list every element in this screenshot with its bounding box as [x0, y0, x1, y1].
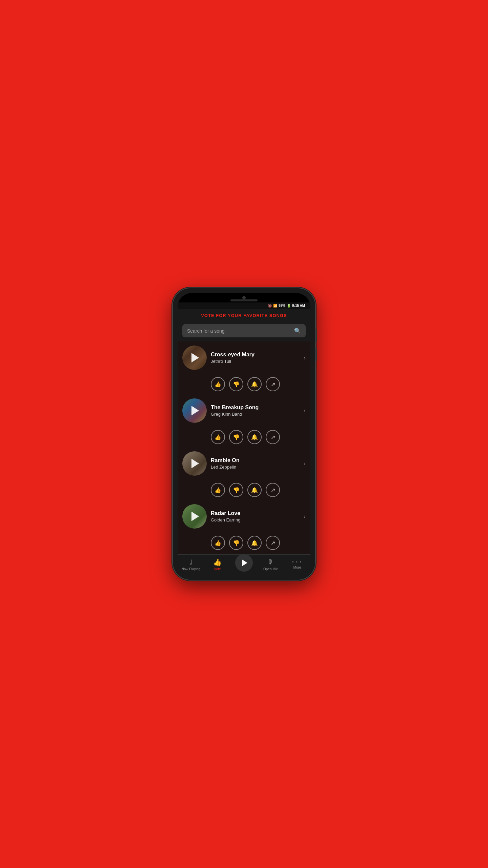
song-row-4: Radar Love Golden Earring › — [182, 504, 306, 529]
play-button[interactable] — [235, 554, 253, 572]
song-item-3: Ramble On Led Zeppelin › 👍 👎 🔔 ↗ — [178, 447, 310, 500]
thumbs-down-btn-3[interactable]: 👎 — [229, 483, 243, 497]
play-icon-3 — [191, 459, 199, 468]
search-icon[interactable]: 🔍 — [294, 328, 301, 334]
album-art-3[interactable] — [182, 451, 207, 476]
divider-1 — [182, 374, 306, 374]
thumbs-down-btn-1[interactable]: 👎 — [229, 377, 243, 391]
song-artist-1: Jethro Tull — [211, 359, 300, 364]
album-art-4[interactable] — [182, 504, 207, 529]
phone-screen: 🔇 📶 95% 🔋 9:15 AM VOTE FOR YOUR FAVORITE… — [178, 293, 310, 575]
song-item-4: Radar Love Golden Earring › 👍 👎 🔔 ↗ — [178, 500, 310, 553]
share-btn-1[interactable]: ↗ — [266, 377, 280, 391]
play-icon-4 — [191, 512, 199, 521]
song-artist-2: Greg Kihn Band — [211, 412, 300, 417]
share-btn-2[interactable]: ↗ — [266, 430, 280, 444]
speaker — [230, 299, 258, 301]
nav-vote[interactable]: 👍 Vote — [204, 558, 230, 571]
vote-label: Vote — [214, 567, 221, 571]
search-container: Search for a song 🔍 — [178, 321, 310, 341]
chevron-4[interactable]: › — [304, 513, 306, 520]
side-button-top — [316, 329, 317, 342]
nav-play[interactable] — [231, 557, 257, 572]
more-label: More — [293, 566, 301, 569]
time: 9:15 AM — [292, 304, 305, 308]
share-btn-4[interactable]: ↗ — [266, 536, 280, 550]
signal-mute-icon: 🔇 — [268, 304, 272, 308]
album-art-1[interactable] — [182, 346, 207, 370]
side-button-mid — [316, 348, 317, 361]
song-row-2: The Breakup Song Greg Kihn Band › — [182, 398, 306, 423]
divider-3 — [182, 480, 306, 480]
song-title-3: Ramble On — [211, 457, 300, 463]
status-icons: 🔇 📶 95% 🔋 9:15 AM — [268, 304, 305, 308]
phone-notch — [178, 293, 310, 302]
chevron-1[interactable]: › — [304, 354, 306, 361]
more-icon: • • • — [292, 560, 302, 565]
action-buttons-4: 👍 👎 🔔 ↗ — [182, 536, 306, 550]
bell-btn-2[interactable]: 🔔 — [247, 430, 262, 444]
now-playing-icon: ♩ — [189, 558, 192, 566]
song-list: Cross-eyed Mary Jethro Tull › 👍 👎 🔔 ↗ — [178, 341, 310, 554]
thumbs-up-btn-1[interactable]: 👍 — [211, 377, 225, 391]
song-title-4: Radar Love — [211, 510, 300, 516]
action-buttons-2: 👍 👎 🔔 ↗ — [182, 430, 306, 444]
bell-btn-4[interactable]: 🔔 — [247, 536, 262, 550]
phone-frame: 🔇 📶 95% 🔋 9:15 AM VOTE FOR YOUR FAVORITE… — [173, 288, 315, 580]
song-info-2: The Breakup Song Greg Kihn Band — [211, 405, 300, 417]
nav-now-playing[interactable]: ♩ Now Playing — [178, 558, 204, 571]
song-row-3: Ramble On Led Zeppelin › — [182, 451, 306, 476]
status-bar: 🔇 📶 95% 🔋 9:15 AM — [178, 302, 310, 309]
open-mic-icon: 🎙 — [267, 558, 274, 566]
app-header: VOTE FOR YOUR FAVORITE SONGS — [178, 309, 310, 321]
divider-4 — [182, 533, 306, 533]
thumbs-up-btn-2[interactable]: 👍 — [211, 430, 225, 444]
battery-icon: 🔋 — [287, 304, 291, 308]
share-btn-3[interactable]: ↗ — [266, 483, 280, 497]
app-title: VOTE FOR YOUR FAVORITE SONGS — [183, 313, 305, 318]
divider-2 — [182, 427, 306, 427]
search-input[interactable]: Search for a song — [187, 328, 291, 334]
nav-open-mic[interactable]: 🎙 Open Mic — [257, 558, 284, 571]
song-title-2: The Breakup Song — [211, 405, 300, 411]
open-mic-label: Open Mic — [263, 567, 278, 571]
song-item-1: Cross-eyed Mary Jethro Tull › 👍 👎 🔔 ↗ — [178, 341, 310, 394]
song-info-3: Ramble On Led Zeppelin — [211, 457, 300, 470]
bell-btn-1[interactable]: 🔔 — [247, 377, 262, 391]
song-row-1: Cross-eyed Mary Jethro Tull › — [182, 346, 306, 370]
song-artist-3: Led Zeppelin — [211, 465, 300, 470]
thumbs-up-btn-4[interactable]: 👍 — [211, 536, 225, 550]
play-icon-2 — [191, 406, 199, 415]
search-bar[interactable]: Search for a song 🔍 — [182, 324, 306, 337]
action-buttons-3: 👍 👎 🔔 ↗ — [182, 483, 306, 497]
vote-icon: 👍 — [213, 558, 222, 566]
camera — [242, 296, 246, 299]
battery-level: 95% — [279, 304, 285, 308]
wifi-icon: 📶 — [273, 304, 277, 308]
play-triangle-icon — [242, 559, 247, 566]
thumbs-down-btn-2[interactable]: 👎 — [229, 430, 243, 444]
song-title-1: Cross-eyed Mary — [211, 352, 300, 358]
bell-btn-3[interactable]: 🔔 — [247, 483, 262, 497]
thumbs-down-btn-4[interactable]: 👎 — [229, 536, 243, 550]
play-icon-1 — [191, 353, 199, 362]
song-info-1: Cross-eyed Mary Jethro Tull — [211, 352, 300, 364]
song-artist-4: Golden Earring — [211, 517, 300, 522]
bottom-nav: ♩ Now Playing 👍 Vote 🎙 Open Mic • • • Mo… — [178, 554, 310, 575]
album-art-2[interactable] — [182, 398, 207, 423]
action-buttons-1: 👍 👎 🔔 ↗ — [182, 377, 306, 391]
chevron-2[interactable]: › — [304, 407, 306, 414]
nav-more[interactable]: • • • More — [284, 560, 310, 569]
song-info-4: Radar Love Golden Earring — [211, 510, 300, 522]
now-playing-label: Now Playing — [181, 567, 200, 571]
song-item-2: The Breakup Song Greg Kihn Band › 👍 👎 🔔 … — [178, 394, 310, 447]
thumbs-up-btn-3[interactable]: 👍 — [211, 483, 225, 497]
chevron-3[interactable]: › — [304, 460, 306, 467]
